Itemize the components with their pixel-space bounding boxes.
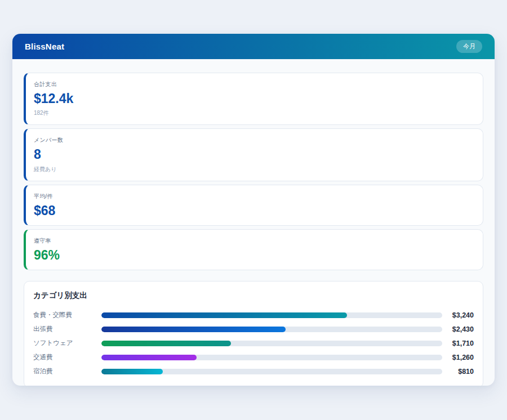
stat-subtext: 182件 — [34, 109, 474, 117]
stat-label: 合計支出 — [34, 81, 474, 88]
bar-track — [101, 312, 442, 318]
bar-fill — [101, 341, 231, 346]
category-row-transport: 交通費 $1,260 — [33, 350, 474, 364]
bar-fill — [101, 327, 286, 332]
category-value: $3,240 — [442, 311, 474, 319]
app-header: BlissNeat 今月 — [12, 34, 495, 59]
category-label: 宿泊費 — [33, 367, 101, 376]
stat-value: $12.4k — [34, 92, 474, 106]
stat-label: 平均/件 — [34, 193, 474, 200]
bar-fill — [101, 312, 347, 318]
stat-value: $68 — [34, 204, 474, 218]
period-badge[interactable]: 今月 — [456, 40, 482, 53]
dashboard-panel: BlissNeat 今月 合計支出 $12.4k 182件 メンバー数 8 経費… — [12, 34, 495, 386]
category-row-food: 食費・交際費 $3,240 — [33, 308, 474, 322]
category-label: 出張費 — [33, 325, 101, 333]
stat-card-members: メンバー数 8 経費あり — [24, 128, 483, 181]
bar-track — [101, 327, 442, 332]
category-label: ソフトウェア — [33, 339, 101, 347]
stat-value: 96% — [34, 248, 474, 262]
bar-track — [101, 369, 442, 374]
panel-body: 合計支出 $12.4k 182件 メンバー数 8 経費あり 平均/件 $68 遵… — [12, 59, 495, 386]
stat-card-average-per-item: 平均/件 $68 — [24, 185, 483, 226]
category-value: $2,430 — [442, 325, 474, 333]
category-spend-card: カテゴリ別支出 食費・交際費 $3,240 出張費 $2,430 ソフトウェア — [24, 281, 483, 386]
stat-value: 8 — [34, 148, 474, 162]
stat-subtext: 経費あり — [34, 166, 474, 173]
category-value: $1,710 — [442, 339, 474, 347]
category-row-lodging: 宿泊費 $810 — [33, 364, 474, 378]
category-value: $1,260 — [442, 354, 474, 361]
stat-label: 遵守率 — [34, 237, 474, 245]
category-row-software: ソフトウェア $1,710 — [33, 336, 474, 350]
category-label: 食費・交際費 — [33, 311, 101, 319]
category-row-business-trip: 出張費 $2,430 — [33, 322, 474, 336]
bar-fill — [101, 355, 197, 360]
stat-card-total-spend: 合計支出 $12.4k 182件 — [24, 73, 483, 125]
bar-track — [101, 355, 442, 360]
category-value: $810 — [442, 368, 474, 376]
category-section-title: カテゴリ別支出 — [33, 291, 474, 301]
bar-track — [101, 341, 442, 346]
bar-fill — [101, 369, 163, 374]
stat-label: メンバー数 — [34, 136, 474, 144]
category-label: 交通費 — [33, 353, 101, 361]
app-title: BlissNeat — [25, 42, 64, 51]
stat-card-compliance-rate: 遵守率 96% — [24, 229, 483, 270]
